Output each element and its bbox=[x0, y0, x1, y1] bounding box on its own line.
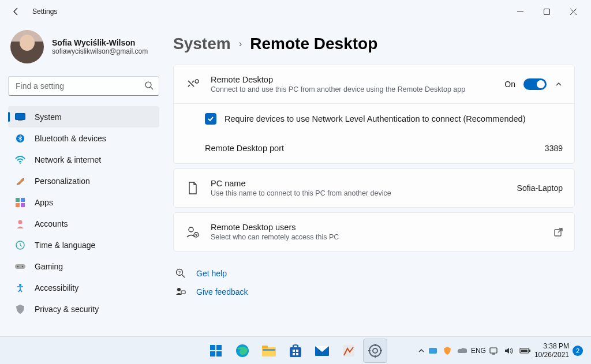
svg-point-2 bbox=[145, 82, 151, 88]
user-email: sofiawycislikwilson@gmail.com bbox=[52, 47, 148, 55]
nav-time-language[interactable]: Time & language bbox=[8, 234, 159, 256]
nla-row[interactable]: Require devices to use Network Level Aut… bbox=[174, 103, 574, 133]
pc-name-row: PC name Use this name to connect to this… bbox=[174, 169, 574, 207]
window-controls bbox=[507, 0, 586, 23]
store-button[interactable] bbox=[283, 339, 308, 363]
page-title: Remote Desktop bbox=[250, 35, 377, 53]
svg-rect-4 bbox=[16, 113, 25, 119]
svg-rect-11 bbox=[21, 203, 25, 207]
minimize-button[interactable] bbox=[507, 0, 533, 23]
edge-button[interactable] bbox=[230, 339, 255, 363]
nla-checkbox[interactable] bbox=[205, 113, 216, 125]
clock[interactable]: 3:38 PM 10/26/2021 bbox=[534, 342, 569, 359]
open-external-icon bbox=[554, 228, 563, 237]
svg-point-16 bbox=[22, 265, 23, 267]
nav-label: Accessibility bbox=[35, 283, 78, 292]
date: 10/26/2021 bbox=[534, 351, 569, 359]
svg-point-42 bbox=[373, 348, 377, 353]
nav-network[interactable]: Network & internet bbox=[8, 149, 159, 170]
start-button[interactable] bbox=[204, 339, 228, 363]
toggle-status-label: On bbox=[504, 80, 515, 89]
tray-chevron-icon[interactable] bbox=[418, 347, 425, 354]
remote-desktop-subtitle: Connect to and use this PC from another … bbox=[211, 85, 504, 93]
nav-accounts[interactable]: Accounts bbox=[8, 213, 159, 234]
explorer-button[interactable] bbox=[257, 339, 281, 363]
search-icon bbox=[144, 81, 154, 90]
brush-icon bbox=[15, 176, 25, 186]
remote-desktop-title: Remote Desktop bbox=[211, 75, 504, 84]
titlebar: Settings bbox=[0, 0, 591, 23]
rdp-port-value: 3389 bbox=[545, 144, 563, 153]
rd-users-card: Remote Desktop users Select who can remo… bbox=[173, 212, 575, 252]
battery-tray-icon[interactable] bbox=[519, 347, 531, 354]
tray-icon-1[interactable] bbox=[428, 347, 437, 355]
maximize-button[interactable] bbox=[533, 0, 560, 23]
remote-desktop-row[interactable]: Remote Desktop Connect to and use this P… bbox=[174, 65, 574, 103]
onedrive-icon[interactable] bbox=[457, 347, 467, 354]
remote-desktop-card: Remote Desktop Connect to and use this P… bbox=[173, 65, 575, 164]
svg-rect-31 bbox=[262, 347, 276, 357]
rd-users-row[interactable]: Remote Desktop users Select who can remo… bbox=[174, 213, 574, 251]
nav-label: Bluetooth & devices bbox=[35, 134, 106, 143]
nav-privacy[interactable]: Privacy & security bbox=[8, 298, 159, 320]
svg-rect-37 bbox=[293, 353, 295, 355]
network-tray-icon[interactable] bbox=[489, 347, 499, 355]
nav-system[interactable]: System bbox=[8, 106, 159, 127]
content-area: System › Remote Desktop Remote Desktop C… bbox=[167, 23, 591, 336]
svg-rect-1 bbox=[544, 9, 549, 14]
tray-icon-2[interactable] bbox=[443, 346, 451, 355]
search-input[interactable] bbox=[8, 76, 159, 96]
users-icon bbox=[185, 226, 200, 238]
system-icon bbox=[15, 112, 25, 122]
svg-rect-25 bbox=[181, 291, 185, 294]
get-help-label: Get help bbox=[196, 269, 227, 278]
settings-button[interactable] bbox=[363, 339, 387, 363]
svg-rect-14 bbox=[15, 264, 25, 269]
rdp-port-row: Remote Desktop port 3389 bbox=[174, 133, 574, 163]
nla-label: Require devices to use Network Level Aut… bbox=[225, 114, 525, 123]
rdp-port-label: Remote Desktop port bbox=[205, 144, 545, 153]
person-icon bbox=[15, 219, 25, 229]
notification-badge[interactable]: 2 bbox=[573, 346, 583, 356]
svg-rect-47 bbox=[429, 348, 437, 354]
app1-button[interactable] bbox=[336, 339, 361, 363]
svg-point-18 bbox=[195, 80, 199, 83]
taskbar-center bbox=[204, 339, 387, 363]
breadcrumb: System › Remote Desktop bbox=[173, 35, 575, 53]
svg-point-7 bbox=[20, 163, 21, 164]
svg-rect-49 bbox=[492, 354, 495, 355]
breadcrumb-system[interactable]: System bbox=[173, 35, 231, 53]
nav-accessibility[interactable]: Accessibility bbox=[8, 277, 159, 298]
nav-apps[interactable]: Apps bbox=[8, 192, 159, 213]
svg-rect-26 bbox=[210, 345, 215, 350]
feedback-link[interactable]: Give feedback bbox=[173, 283, 575, 301]
nav-list: System Bluetooth & devices Network & int… bbox=[8, 106, 159, 320]
chevron-up-icon bbox=[555, 80, 563, 88]
nav-personalization[interactable]: Personalization bbox=[8, 170, 159, 192]
search-box bbox=[8, 76, 159, 96]
volume-tray-icon[interactable] bbox=[504, 347, 514, 355]
nav-bluetooth[interactable]: Bluetooth & devices bbox=[8, 127, 159, 149]
document-icon bbox=[185, 182, 200, 194]
nav-gaming[interactable]: Gaming bbox=[8, 256, 159, 277]
user-block[interactable]: Sofia Wyciślik-Wilson sofiawycislikwilso… bbox=[10, 30, 159, 63]
get-help-link[interactable]: ? Get help bbox=[173, 264, 575, 283]
window-title: Settings bbox=[32, 7, 57, 16]
remote-desktop-icon bbox=[185, 79, 200, 89]
svg-point-19 bbox=[189, 227, 193, 232]
svg-rect-33 bbox=[263, 349, 275, 351]
language-indicator[interactable]: ENG bbox=[471, 347, 486, 355]
pc-name-title: PC name bbox=[211, 179, 517, 188]
bluetooth-icon bbox=[15, 133, 25, 144]
mail-button[interactable] bbox=[310, 339, 334, 363]
svg-rect-28 bbox=[210, 351, 215, 357]
back-button[interactable] bbox=[5, 0, 28, 23]
remote-desktop-toggle[interactable] bbox=[523, 78, 547, 90]
avatar bbox=[10, 30, 44, 63]
close-button[interactable] bbox=[560, 0, 586, 23]
pc-name-card: PC name Use this name to connect to this… bbox=[173, 168, 575, 208]
svg-rect-34 bbox=[290, 347, 301, 357]
svg-rect-29 bbox=[216, 351, 222, 357]
accessibility-icon bbox=[15, 283, 25, 293]
gamepad-icon bbox=[15, 261, 25, 272]
